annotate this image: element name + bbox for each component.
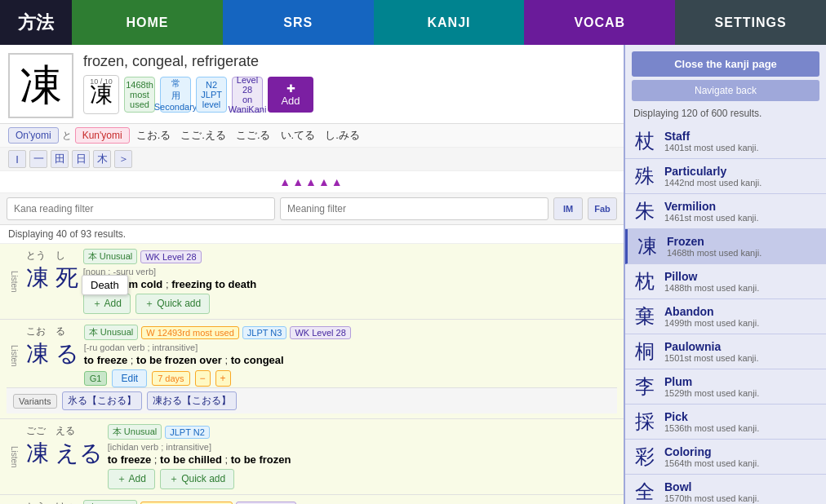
kanji-list-item-4[interactable]: 枕 Pillow 1488th most used kanji. [625, 264, 826, 299]
level-label: Level 28 [237, 75, 258, 95]
vocab-tags-0: 本 Unusual WK Level 28 [83, 249, 617, 264]
filter-btn-fab[interactable]: Fab [588, 197, 617, 220]
most-used-badge: 1468th most used [124, 77, 155, 113]
tag-unusual-1: 本 Unusual [84, 325, 138, 340]
vocab-item-3: Listen とう けつ 凍 結 本 Unusual W 6911th most… [0, 495, 624, 504]
vocab-item-0: Listen とう し 凍 死 本 Unusual WK Level 28 [n… [0, 244, 624, 320]
tag-w-3: W 6911th most used [140, 502, 233, 505]
kanji-list-info-6: Paulownia 1501st most used kanji. [664, 340, 819, 363]
jlpt-sub: JLPT level [201, 90, 221, 109]
kanji-list-char-10: 全 [632, 479, 658, 504]
kanji-list-item-7[interactable]: 李 Plum 1529th most used kanji. [625, 369, 826, 405]
kanji-list-name-2: Vermilion [664, 200, 819, 213]
navigate-back-button[interactable]: Navigate back [632, 80, 819, 101]
vocab-kanji-2: 凍 える [26, 438, 103, 469]
vocab-listen-0[interactable]: Listen [7, 249, 21, 314]
kanji-list-name-6: Paulownia [664, 340, 819, 353]
kanji-list-sub-9: 1564th most used kanji. [664, 458, 819, 468]
vocab-listen-3[interactable]: Listen [7, 500, 21, 504]
kanji-list-item-0[interactable]: 杖 Staff 1401st most used kanji. [625, 124, 826, 159]
vocab-item-1: Listen こお る 凍 る 本 Unusual W 12493rd most… [0, 320, 624, 419]
quick-add-btn-0[interactable]: ＋ Quick add [135, 294, 210, 314]
variant-1a[interactable]: 氷る【こおる】 [62, 391, 142, 410]
secondary-label: 常用 [169, 77, 182, 102]
decomp-btn-tree[interactable]: 木 [93, 150, 111, 168]
kanji-list-char-0: 杖 [632, 128, 658, 154]
nav-settings[interactable]: SETTINGS [675, 0, 826, 45]
kanji-large-char: 凍 [8, 53, 73, 118]
edit-btn-1[interactable]: Edit [112, 369, 147, 387]
vocab-actions-1: G1 Edit 7 days − + [84, 369, 617, 387]
vocab-type-1: [-ru godan verb ; intransitive] [84, 343, 617, 352]
vocab-kana-col-1: こお る 凍 る [26, 325, 79, 387]
quick-add-btn-2[interactable]: ＋ Quick add [160, 469, 234, 489]
kana-filter-input[interactable] [7, 197, 275, 220]
kanji-list-item-1[interactable]: 殊 Particularly 1442nd most used kanji. [625, 159, 826, 194]
vocab-results-count: Displaying 40 of 93 results. [0, 225, 624, 244]
vocab-kana-col-0: とう し 凍 死 [26, 249, 78, 314]
kanji-title: frozen, congeal, refrigerate [83, 53, 615, 70]
vocab-tags-3: 本 Unusual W 6911th most used WK Level 28 [83, 500, 617, 504]
vocab-actions-0: ＋ Add ＋ Quick add [83, 294, 617, 314]
vocab-kana-col-2: ごご える 凍 える [26, 424, 103, 489]
vocab-kana-1: こお る [26, 325, 65, 338]
decomp-btn-I[interactable]: I [8, 150, 26, 168]
kanji-list-sub-7: 1529th most used kanji. [664, 388, 819, 398]
kanji-list-char-2: 朱 [632, 198, 658, 224]
left-panel: 凍 frozen, congeal, refrigerate 10 / 10 凍… [0, 45, 624, 504]
tag-w-1: W 12493rd most used [141, 326, 239, 339]
vocab-listen-1[interactable]: Listen [7, 325, 21, 387]
kanji-list-name-1: Particularly [664, 165, 819, 178]
kanji-list-item-10[interactable]: 全 Bowl 1570th most used kanji. [625, 475, 826, 504]
vocab-meaning-1: to freeze ; to be frozen over ; to conge… [84, 354, 617, 366]
kanji-list-sub-2: 1461st most used kanji. [664, 213, 819, 223]
plus-btn-1[interactable]: + [215, 370, 231, 387]
reading-val-1: こお.る [133, 127, 175, 144]
tag-jlpt-1: JLPT N3 [242, 326, 287, 339]
meaning-filter-input[interactable] [280, 197, 548, 220]
kanji-header: 凍 frozen, congeal, refrigerate 10 / 10 凍… [0, 45, 624, 124]
kanji-list-item-6[interactable]: 桐 Paulownia 1501st most used kanji. [625, 334, 826, 369]
days-badge: 7 days [152, 371, 189, 386]
decomp-btn-field[interactable]: 田 [51, 150, 69, 168]
decomp-btn-arrow[interactable]: ＞ [114, 150, 132, 168]
nav-kanji[interactable]: KANJI [374, 0, 525, 45]
decomp-btn-day[interactable]: 日 [72, 150, 90, 168]
kanji-list-item-3[interactable]: 凍 Frozen 1468th most used kanji. [625, 229, 826, 264]
nav-vocab[interactable]: VOCAB [524, 0, 675, 45]
kanji-list-item-2[interactable]: 朱 Vermilion 1461st most used kanji. [625, 194, 826, 229]
kanji-list-item-5[interactable]: 棄 Abandon 1499th most used kanji. [625, 299, 826, 334]
kanji-list-char-5: 棄 [632, 303, 658, 329]
nav-logo: 方法 [0, 0, 72, 45]
kanji-list-item-8[interactable]: 採 Pick 1536th most used kanji. [625, 405, 826, 440]
vocab-kanji-0: 凍 死 [26, 263, 78, 294]
kanji-list-name-4: Pillow [664, 270, 819, 283]
add-btn-2[interactable]: ＋ Add [108, 469, 155, 489]
kanji-list-name-7: Plum [664, 375, 819, 388]
kanji-list-name-8: Pick [664, 410, 819, 423]
add-button[interactable]: ✚ Add [268, 77, 313, 113]
close-kanji-page-button[interactable]: Close the kanji page [632, 51, 819, 77]
variant-1b[interactable]: 凍おる【こおる】 [147, 391, 237, 410]
stroke-count-label: 10 / 10 [84, 77, 118, 86]
variants-label: Variants [13, 394, 57, 409]
arrows-row: ▲▲▲▲▲ [0, 171, 624, 193]
kanji-list-sub-10: 1570th most used kanji. [664, 493, 819, 503]
add-btn-0[interactable]: ＋ Add [83, 294, 131, 314]
nav-home[interactable]: HOME [72, 0, 223, 45]
reading-row: On'yomi と Kun'yomi こお.る こご.える こご.る い.てる … [0, 124, 624, 148]
kanji-list-item-9[interactable]: 彩 Coloring 1564th most used kanji. [625, 440, 826, 475]
secondary-sub: Secondary [154, 102, 198, 112]
vocab-listen-2[interactable]: Listen [7, 424, 21, 489]
kanji-list-sub-6: 1501st most used kanji. [664, 353, 819, 363]
variants-row-1: Variants 氷る【こおる】 凍おる【こおる】 [7, 387, 617, 413]
vocab-tags-2: 本 Unusual JLPT N2 [108, 424, 617, 440]
minus-btn-1[interactable]: − [195, 370, 211, 387]
vocab-right-0: 本 Unusual WK Level 28 [noun ; -suru verb… [83, 249, 617, 314]
decomp-btn-line[interactable]: 一 [29, 150, 47, 168]
most-used-rank: 1468th [126, 80, 153, 90]
nav-srs[interactable]: SRS [223, 0, 374, 45]
kanji-list-char-8: 採 [632, 409, 658, 435]
add-icon: ✚ [286, 82, 295, 95]
filter-btn-im[interactable]: IM [553, 197, 583, 220]
